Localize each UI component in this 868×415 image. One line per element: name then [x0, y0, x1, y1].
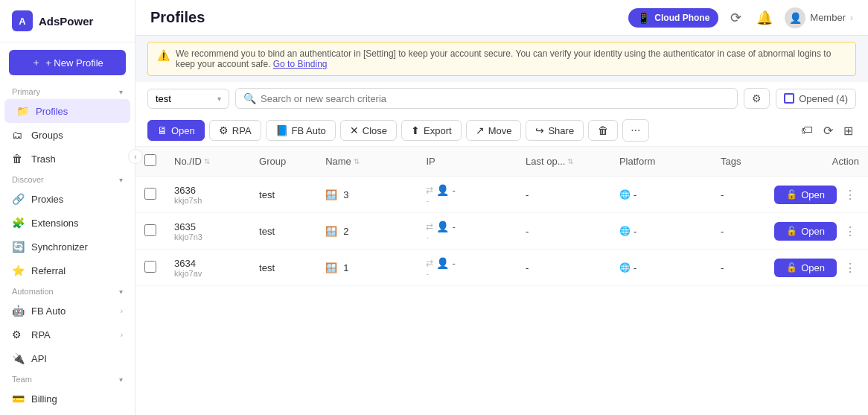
- sidebar-item-profiles[interactable]: 📁 Profiles: [4, 99, 130, 123]
- close-action-button[interactable]: ✕ Close: [340, 120, 397, 141]
- profile-ip: ⇄ 👤 -: [426, 257, 508, 269]
- cloud-phone-button[interactable]: 📱 Cloud Phone: [628, 8, 718, 28]
- folder-icon: 📁: [16, 105, 30, 117]
- sidebar-item-trash[interactable]: 🗑 Trash: [0, 147, 135, 171]
- search-box: 🔍: [235, 88, 738, 109]
- sidebar-item-billing[interactable]: 💳 Billing: [0, 387, 135, 411]
- platform-icon: 🌐: [619, 262, 631, 273]
- select-all-checkbox[interactable]: [144, 154, 156, 166]
- refresh-icon-button[interactable]: ⟳: [727, 7, 744, 29]
- tags: -: [712, 250, 765, 286]
- more-actions-button[interactable]: ···: [622, 119, 648, 142]
- move-icon: ↗: [476, 124, 485, 136]
- share-icon: ↪: [535, 124, 544, 136]
- sidebar-item-rpa[interactable]: ⚙ RPA ›: [0, 323, 135, 346]
- chevron-down-icon: ▾: [119, 88, 123, 96]
- sidebar-item-api[interactable]: 🔌 API: [0, 346, 135, 370]
- page-title: Profiles: [150, 9, 205, 26]
- tags: -: [712, 177, 765, 213]
- fb-auto-icon: 🤖: [12, 305, 25, 317]
- row-checkbox[interactable]: [144, 224, 156, 236]
- opened-square-icon: [784, 93, 794, 104]
- member-area[interactable]: 👤 Member ›: [785, 7, 853, 28]
- sidebar-item-synchronizer[interactable]: 🔄 Synchronizer: [0, 235, 135, 259]
- ip-sub: -: [426, 269, 508, 278]
- plus-icon: ＋: [31, 56, 41, 69]
- groups-icon: 🗂: [12, 129, 25, 141]
- last-op: -: [517, 213, 610, 250]
- fb-auto-action-button[interactable]: 📘 FB Auto: [266, 120, 336, 141]
- sidebar-item-referral[interactable]: ⭐ Referral: [0, 259, 135, 282]
- profile-hash: kkjo7sh: [174, 196, 241, 205]
- row-checkbox[interactable]: [144, 261, 156, 273]
- last-op: -: [517, 177, 610, 213]
- platform-icon: 🌐: [619, 189, 631, 200]
- rpa-btn-icon: ⚙: [219, 124, 229, 136]
- sort-icon: ⇅: [567, 157, 573, 165]
- profile-hash: kkjo7av: [174, 269, 241, 278]
- open-icon: 🔓: [786, 226, 797, 236]
- ip-sub: -: [426, 232, 508, 241]
- search-icon: 🔍: [243, 92, 256, 104]
- sidebar-item-groups[interactable]: 🗂 Groups: [0, 123, 135, 147]
- export-action-button[interactable]: ⬆ Export: [401, 120, 462, 141]
- search-input[interactable]: [261, 93, 730, 104]
- billing-icon: 💳: [12, 393, 25, 405]
- fb-icon: 📘: [275, 124, 288, 136]
- filter-button[interactable]: ⚙: [744, 88, 770, 109]
- logo-area: A AdsPower: [0, 0, 135, 42]
- sidebar-item-fb-auto[interactable]: 🤖 FB Auto ›: [0, 299, 135, 323]
- profile-browser: 🪟 2: [325, 226, 408, 237]
- open-action-button[interactable]: 🖥 Open: [147, 120, 205, 141]
- columns-button[interactable]: ⊞: [840, 121, 856, 141]
- go-to-binding-link[interactable]: Go to Binding: [273, 59, 328, 69]
- row-checkbox[interactable]: [144, 188, 156, 200]
- close-icon: ✕: [350, 124, 359, 136]
- profile-browser: 🪟 3: [325, 189, 408, 200]
- new-profile-button[interactable]: ＋ + New Profile: [9, 50, 126, 75]
- phone-icon: 📱: [637, 12, 650, 24]
- sidebar: A AdsPower ＋ + New Profile Primary ▾ 📁 P…: [0, 0, 135, 415]
- delete-action-button[interactable]: 🗑: [588, 120, 618, 141]
- export-icon: ⬆: [411, 124, 420, 136]
- group-select[interactable]: test ▾: [147, 89, 229, 109]
- refresh-table-button[interactable]: ⟳: [820, 121, 836, 141]
- bell-icon: 🔔: [756, 10, 773, 25]
- api-icon: 🔌: [12, 352, 25, 364]
- sidebar-item-extensions[interactable]: 🧩 Extensions: [0, 211, 135, 235]
- warning-icon: ⚠️: [157, 49, 170, 61]
- table-row: 3636 kkjo7sh test 🪟 3 ⇄ 👤 - - - 🌐 - -: [135, 177, 868, 213]
- row-more-button[interactable]: ⋮: [841, 259, 859, 276]
- arrow-right-icon: ›: [121, 331, 123, 339]
- chevron-down-icon: ▾: [119, 176, 123, 184]
- chevron-down-icon: ▾: [119, 288, 123, 296]
- profile-browser: 🪟 1: [325, 262, 408, 273]
- move-action-button[interactable]: ↗ Move: [466, 120, 522, 141]
- sidebar-collapse-button[interactable]: ‹: [128, 149, 143, 164]
- sort-icon: ⇅: [354, 157, 360, 165]
- opened-badge[interactable]: Opened (4): [776, 89, 856, 109]
- toolbar: test ▾ 🔍 ⚙ Opened (4): [135, 82, 868, 115]
- sidebar-item-proxies[interactable]: 🔗 Proxies: [0, 187, 135, 211]
- open-profile-button[interactable]: 🔓 Open: [774, 186, 837, 204]
- row-more-button[interactable]: ⋮: [841, 186, 859, 203]
- share-action-button[interactable]: ↪ Share: [526, 120, 584, 141]
- open-profile-button[interactable]: 🔓 Open: [774, 259, 837, 277]
- rpa-action-button[interactable]: ⚙ RPA: [209, 120, 261, 141]
- windows-icon: 🪟: [325, 262, 337, 273]
- logo-text: AdsPower: [39, 15, 93, 28]
- proxies-icon: 🔗: [12, 193, 25, 205]
- top-bar: Profiles 📱 Cloud Phone ⟳ 🔔 👤 Member ›: [135, 0, 868, 36]
- browser-count-value: 3: [343, 189, 348, 200]
- open-profile-button[interactable]: 🔓 Open: [774, 222, 837, 241]
- profile-group: test: [250, 250, 316, 286]
- action-cell: 🔓 Open ⋮: [774, 222, 859, 241]
- notification-icon-button[interactable]: 🔔: [753, 7, 776, 29]
- delete-icon: 🗑: [598, 124, 608, 136]
- tag-icon-button[interactable]: 🏷: [798, 121, 816, 141]
- platform-icon: 🌐: [619, 226, 631, 236]
- action-cell: 🔓 Open ⋮: [774, 186, 859, 204]
- row-more-button[interactable]: ⋮: [841, 223, 859, 240]
- platform: 🌐 -: [610, 250, 712, 286]
- dropdown-icon: ▾: [217, 95, 221, 103]
